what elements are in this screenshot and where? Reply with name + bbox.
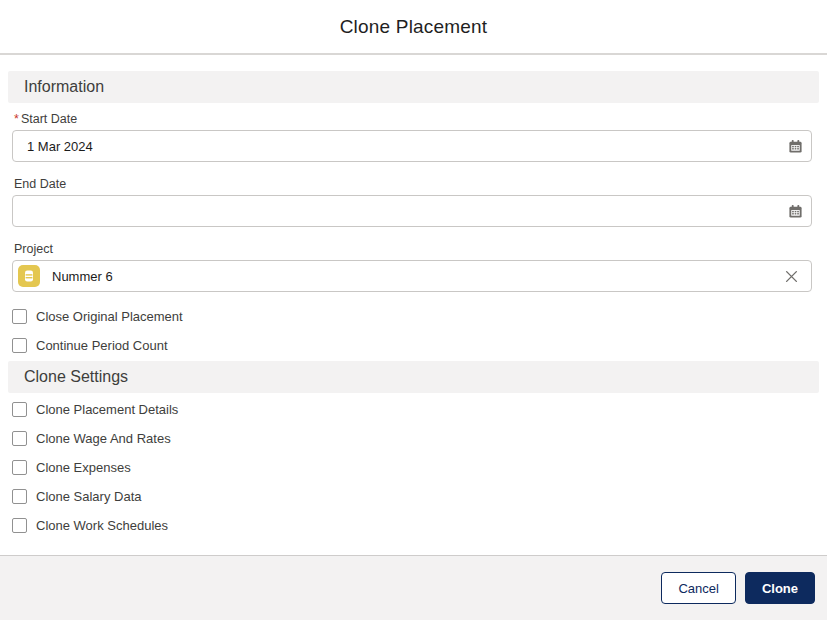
start-date-input-wrap — [12, 130, 815, 162]
required-asterisk: * — [14, 112, 19, 126]
section-header-clone-settings-label: Clone Settings — [24, 368, 128, 386]
start-date-label-text: Start Date — [21, 112, 77, 126]
end-date-input[interactable] — [12, 195, 812, 227]
clone-placement-modal: Clone Placement Information *Start Date — [0, 0, 827, 620]
clone-salary-data-checkbox[interactable] — [12, 489, 27, 504]
section-header-information-label: Information — [24, 78, 104, 96]
project-label-text: Project — [14, 242, 53, 256]
start-date-label: *Start Date — [14, 112, 815, 126]
calendar-icon[interactable] — [787, 138, 803, 154]
start-date-input[interactable] — [12, 130, 812, 162]
modal-footer: Cancel Clone — [0, 555, 827, 620]
checkbox-row-close-original-placement: Close Original Placement — [12, 309, 815, 324]
clear-x-icon[interactable] — [783, 268, 799, 284]
clone-work-schedules-checkbox[interactable] — [12, 518, 27, 533]
checkbox-row-clone-wage-and-rates: Clone Wage And Rates — [12, 431, 815, 446]
end-date-field: End Date — [12, 177, 815, 227]
checkbox-row-clone-placement-details: Clone Placement Details — [12, 402, 815, 417]
checkbox-row-continue-period-count: Continue Period Count — [12, 338, 815, 353]
checkbox-row-clone-work-schedules: Clone Work Schedules — [12, 518, 815, 533]
end-date-input-wrap — [12, 195, 815, 227]
project-record-icon — [18, 265, 40, 287]
section-header-clone-settings: Clone Settings — [8, 361, 819, 393]
clone-work-schedules-label: Clone Work Schedules — [36, 518, 168, 533]
clone-wage-and-rates-label: Clone Wage And Rates — [36, 431, 171, 446]
modal-body: Information *Start Date — [0, 55, 827, 533]
clone-expenses-label: Clone Expenses — [36, 460, 131, 475]
clone-wage-and-rates-checkbox[interactable] — [12, 431, 27, 446]
checkbox-row-clone-salary-data: Clone Salary Data — [12, 489, 815, 504]
calendar-icon[interactable] — [787, 203, 803, 219]
project-label: Project — [14, 242, 815, 256]
section-header-information: Information — [8, 71, 819, 103]
modal-header: Clone Placement — [0, 0, 827, 55]
clone-button[interactable]: Clone — [745, 572, 815, 604]
project-selected-value: Nummer 6 — [52, 269, 113, 284]
project-field: Project Nummer 6 — [12, 242, 815, 292]
clone-expenses-checkbox[interactable] — [12, 460, 27, 475]
close-original-placement-checkbox[interactable] — [12, 309, 27, 324]
end-date-label: End Date — [14, 177, 815, 191]
checkbox-row-clone-expenses: Clone Expenses — [12, 460, 815, 475]
clone-placement-details-label: Clone Placement Details — [36, 402, 178, 417]
continue-period-count-label: Continue Period Count — [36, 338, 168, 353]
start-date-field: *Start Date — [12, 112, 815, 162]
modal-title: Clone Placement — [340, 16, 488, 38]
continue-period-count-checkbox[interactable] — [12, 338, 27, 353]
end-date-label-text: End Date — [14, 177, 66, 191]
project-lookup-input[interactable]: Nummer 6 — [12, 260, 812, 292]
cancel-button[interactable]: Cancel — [661, 572, 735, 604]
close-original-placement-label: Close Original Placement — [36, 309, 183, 324]
clone-placement-details-checkbox[interactable] — [12, 402, 27, 417]
clone-salary-data-label: Clone Salary Data — [36, 489, 142, 504]
